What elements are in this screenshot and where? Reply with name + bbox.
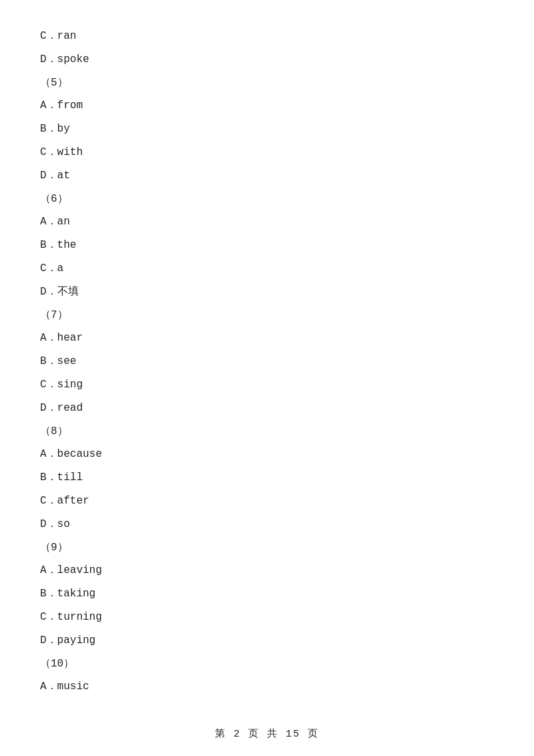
text-line-1: D．spoke — [40, 50, 494, 69]
text-line-3: A．from — [40, 96, 494, 116]
text-line-0: C．ran — [40, 27, 494, 46]
text-line-7: （6） — [40, 190, 494, 209]
text-line-24: B．taking — [40, 584, 494, 604]
text-line-4: B．by — [40, 120, 494, 139]
text-line-5: C．with — [40, 143, 494, 162]
text-line-23: A．leaving — [40, 561, 494, 580]
text-line-10: C．a — [40, 259, 494, 278]
text-line-28: A．music — [40, 677, 494, 697]
text-line-2: （5） — [40, 73, 494, 93]
text-line-22: （9） — [40, 538, 494, 558]
text-line-14: B．see — [40, 352, 494, 371]
text-line-26: D．paying — [40, 631, 494, 650]
text-line-15: C．sing — [40, 375, 494, 395]
text-line-25: C．turning — [40, 608, 494, 627]
text-line-6: D．at — [40, 166, 494, 186]
text-line-19: B．till — [40, 468, 494, 488]
text-line-20: C．after — [40, 492, 494, 511]
text-line-27: （10） — [40, 654, 494, 674]
text-line-11: D．不填 — [40, 282, 494, 302]
text-line-13: A．hear — [40, 329, 494, 348]
text-line-12: （7） — [40, 306, 494, 325]
text-line-21: D．so — [40, 515, 494, 534]
main-content: C．ranD．spoke（5）A．fromB．byC．withD．at（6）A．… — [0, 0, 534, 741]
text-line-9: B．the — [40, 236, 494, 255]
text-line-8: A．an — [40, 212, 494, 232]
text-line-17: （8） — [40, 422, 494, 441]
text-line-18: A．because — [40, 445, 494, 464]
text-line-16: D．read — [40, 399, 494, 418]
page-footer: 第 2 页 共 15 页 — [0, 727, 534, 740]
